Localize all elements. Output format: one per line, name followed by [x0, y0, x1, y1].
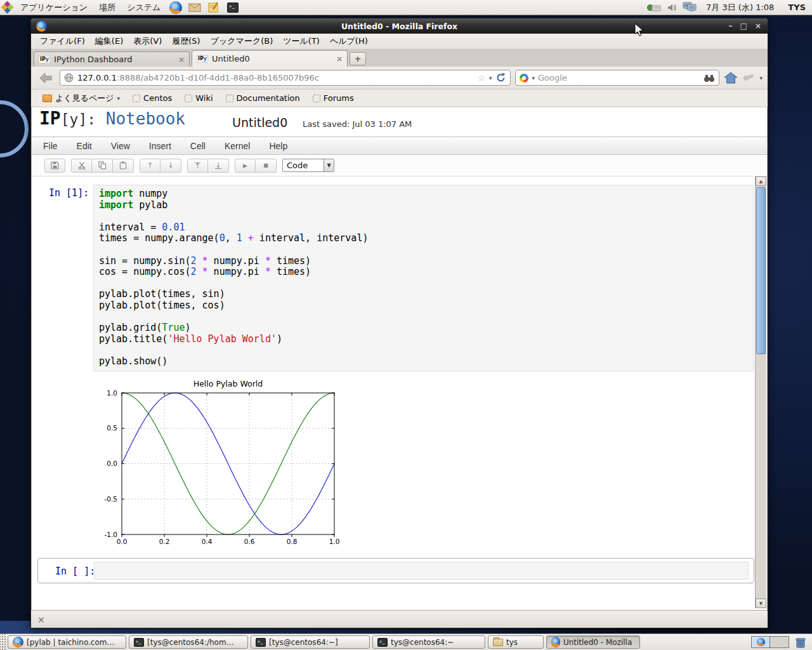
- firefox-launcher[interactable]: [169, 1, 183, 15]
- system-menu[interactable]: システム: [121, 0, 166, 15]
- code-line: pylab.title('Hello Pylab World'): [99, 334, 748, 345]
- menu-history[interactable]: 履歴(S): [167, 36, 205, 47]
- code-token: pylab.title(: [99, 333, 167, 345]
- taskbar-item-terminal-1[interactable]: >_[tys@centos64:/hom…: [129, 635, 248, 649]
- menu-view[interactable]: 表示(V): [128, 36, 167, 47]
- statusbar-close-icon[interactable]: ×: [37, 614, 45, 625]
- svg-text:0.8: 0.8: [287, 538, 298, 545]
- ipython-logo[interactable]: IP[y]: Notebook: [39, 108, 185, 129]
- search-engine-dropdown-icon[interactable]: ▾: [532, 75, 535, 81]
- display-icon[interactable]: [682, 1, 697, 14]
- terminal-launcher[interactable]: >_: [226, 1, 240, 15]
- nb-menu-edit[interactable]: Edit: [77, 141, 92, 151]
- svg-text:-1.0: -1.0: [105, 531, 118, 538]
- default-favicon: [313, 95, 320, 102]
- empty-code-cell[interactable]: In [ ]:: [37, 558, 754, 583]
- scrollbar[interactable]: ▲ ▼: [755, 176, 766, 608]
- menu-edit[interactable]: 編集(E): [90, 36, 128, 47]
- move-cell-up-button[interactable]: ↑: [140, 159, 160, 173]
- code-token: *: [202, 266, 208, 277]
- tab-close-icon[interactable]: ×: [336, 55, 343, 63]
- panel-clock[interactable]: 7月 3日 (水) 1:08: [698, 2, 782, 13]
- close-button[interactable]: ×: [755, 18, 761, 34]
- tab-label: Untitled0: [212, 54, 250, 63]
- nb-menu-kernel[interactable]: Kernel: [225, 141, 250, 151]
- cell-type-dropdown[interactable]: Code ▼: [282, 159, 334, 172]
- bookmark-forums[interactable]: Forums: [308, 91, 359, 105]
- copy-cell-button[interactable]: [92, 159, 113, 173]
- binoculars-icon[interactable]: [704, 74, 715, 83]
- bookmark-label: Documentation: [237, 93, 300, 103]
- code-cell-input[interactable]: import numpyimport pylab interval = 0.01…: [93, 185, 754, 371]
- taskbar-item-terminal-2[interactable]: >_[tys@centos64:~]: [251, 635, 370, 649]
- insert-cell-above-button[interactable]: ↑: [187, 159, 208, 173]
- applications-menu[interactable]: アプリケーション: [15, 0, 93, 15]
- nb-menu-insert[interactable]: Insert: [149, 141, 171, 151]
- save-button[interactable]: [44, 159, 65, 173]
- search-input[interactable]: [538, 73, 700, 83]
- url-bar[interactable]: 127.0.0.1:8888/ab4720b1-d10f-4dd1-88a0-8…: [60, 70, 511, 86]
- scrollbar-thumb[interactable]: [756, 187, 766, 354]
- distro-logo-icon[interactable]: [2, 2, 13, 13]
- move-cell-down-button[interactable]: ↓: [160, 159, 181, 173]
- menu-help[interactable]: ヘルプ(H): [325, 36, 373, 47]
- menu-file[interactable]: ファイル(F): [35, 36, 90, 47]
- nb-menu-cell[interactable]: Cell: [190, 141, 206, 151]
- bookmark-wiki[interactable]: Wiki: [180, 91, 218, 105]
- search-bar[interactable]: ▾: [515, 70, 719, 86]
- trash-icon[interactable]: [793, 636, 808, 649]
- cut-cell-button[interactable]: [71, 159, 92, 173]
- taskbar-item-terminal-3[interactable]: >_tys@centos64:~: [372, 635, 485, 649]
- tab-ipython-dashboard[interactable]: IPy IPython Dashboard ×: [34, 51, 190, 67]
- notebook-cells-area: In [1]: import numpyimport pylab interva…: [32, 176, 767, 610]
- taskbar-item-pylab[interactable]: [pylab | taichino.com…: [8, 635, 126, 649]
- nb-menu-help[interactable]: Help: [269, 141, 287, 151]
- volume-icon[interactable]: [664, 1, 679, 14]
- text-editor-launcher[interactable]: [207, 1, 221, 15]
- workspace-2[interactable]: [770, 637, 789, 647]
- nb-menu-file[interactable]: File: [43, 141, 58, 151]
- bottom-panel-tray: [749, 636, 812, 649]
- bookmark-most-visited[interactable]: よく見るページ ▾: [37, 91, 125, 105]
- minimize-button[interactable]: –: [729, 18, 733, 34]
- tab-untitled0[interactable]: IPy Untitled0 ×: [192, 50, 348, 67]
- taskbar-item-firefox-active[interactable]: Untitled0 - Mozilla Fir…: [546, 635, 640, 649]
- keyboard-input-icon[interactable]: [646, 1, 662, 14]
- bookmark-star-icon[interactable]: ☆: [477, 73, 485, 83]
- places-menu[interactable]: 場所: [93, 0, 121, 15]
- user-switcher[interactable]: TYS: [782, 3, 812, 12]
- bookmark-documentation[interactable]: Documentation: [221, 91, 305, 105]
- firefox-titlebar[interactable]: Untitled0 - Mozilla Firefox – □ ×: [31, 18, 768, 34]
- mail-launcher[interactable]: [188, 1, 202, 15]
- menu-bookmarks[interactable]: ブックマーク(B): [206, 36, 278, 47]
- scroll-down-icon[interactable]: ▼: [756, 599, 766, 608]
- code-line: [99, 278, 748, 289]
- feed-icon[interactable]: [742, 73, 755, 83]
- panel-handle[interactable]: [0, 634, 6, 650]
- run-cell-button[interactable]: ▶: [235, 159, 256, 173]
- nb-menu-view[interactable]: View: [111, 141, 130, 151]
- wallpaper-arc: [0, 100, 29, 157]
- code-cell-input[interactable]: [94, 562, 749, 580]
- new-tab-button[interactable]: +: [350, 52, 366, 65]
- home-icon[interactable]: [724, 72, 738, 84]
- workspace-1[interactable]: [752, 637, 770, 647]
- back-button[interactable]: [36, 69, 55, 87]
- menu-tools[interactable]: ツール(T): [278, 36, 325, 47]
- notebook-title[interactable]: Untitled0: [232, 116, 287, 129]
- move-down-icon: ↓: [167, 161, 173, 169]
- bookmark-centos[interactable]: Centos: [128, 91, 177, 105]
- toolbar-overflow-icon[interactable]: ▾: [759, 75, 763, 81]
- back-arrow-icon: [39, 72, 53, 84]
- scroll-up-icon[interactable]: ▲: [756, 176, 766, 186]
- interrupt-kernel-button[interactable]: ■: [256, 159, 277, 173]
- reload-icon[interactable]: [495, 72, 506, 83]
- insert-cell-below-button[interactable]: ↓: [208, 159, 229, 173]
- tab-close-icon[interactable]: ×: [178, 55, 185, 64]
- url-text[interactable]: 127.0.0.1:8888/ab4720b1-d10f-4dd1-88a0-8…: [77, 73, 473, 83]
- default-favicon: [185, 95, 192, 102]
- url-dropdown-icon[interactable]: ▾: [489, 75, 492, 81]
- taskbar-item-tys-folder[interactable]: tys: [488, 635, 544, 649]
- maximize-button[interactable]: □: [740, 18, 747, 34]
- paste-cell-button[interactable]: [113, 159, 134, 173]
